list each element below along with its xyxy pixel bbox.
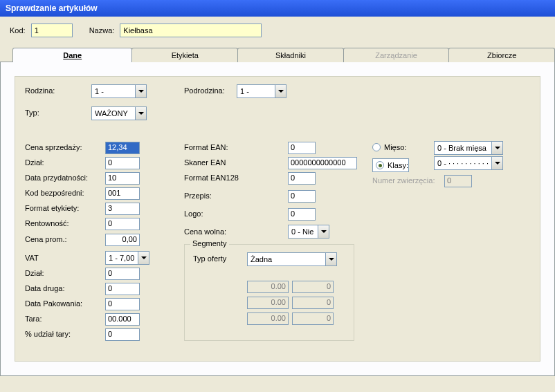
- tara-input[interactable]: 00.000: [105, 313, 140, 326]
- vat-value: 1 - 7,00: [109, 254, 134, 262]
- cena-wolna-select[interactable]: 0 - Nie: [288, 225, 329, 239]
- typ-value: WAŻONY: [95, 109, 128, 118]
- tab-dane[interactable]: Dane: [12, 48, 132, 62]
- dzial2-label: Dział:: [25, 269, 44, 277]
- skaner-ean-input[interactable]: 0000000000000: [288, 157, 357, 169]
- vat-select[interactable]: 1 - 7,00: [105, 251, 149, 265]
- nazwa-input[interactable]: [120, 24, 262, 37]
- typ-select[interactable]: WAŻONY: [91, 106, 147, 120]
- seg-row-0-a: 0.00: [247, 281, 289, 293]
- format-ean128-input[interactable]: 0: [288, 172, 316, 185]
- seg-row-1-b: 0: [292, 297, 334, 309]
- tab-panel: Rodzina: 1 - Podrodzina: 1 - Typ: WAŻONY…: [0, 62, 555, 376]
- rodzina-label: Rodzina:: [25, 86, 55, 95]
- seg-row-0-b: 0: [292, 281, 334, 293]
- udzial-tary-input[interactable]: 0: [105, 328, 140, 341]
- dzial2-input[interactable]: 0: [105, 268, 140, 280]
- vat-label: VAT: [25, 254, 39, 262]
- przepis-label: Przepis:: [184, 192, 212, 200]
- tab-zbiorcze[interactable]: Zbiorcze: [448, 48, 555, 62]
- format-etykiety-label: Format etykiety:: [25, 204, 79, 212]
- podrodzina-value: 1 -: [240, 87, 249, 95]
- rentownosc-label: Rentowność:: [25, 219, 69, 227]
- mieso-select[interactable]: 0 - Brak mięsa: [434, 141, 503, 155]
- data-druga-input[interactable]: 0: [105, 283, 140, 295]
- rodzina-select[interactable]: 1 -: [91, 84, 147, 98]
- cena-wolna-label: Cena wolna:: [184, 227, 226, 236]
- numer-zwierzecia-input: 0: [444, 175, 472, 187]
- tara-label: Tara:: [25, 315, 42, 323]
- chevron-down-icon: [325, 253, 336, 265]
- klasy-radio[interactable]: Klasy:: [372, 158, 409, 172]
- data-przydatnosci-input[interactable]: 10: [105, 172, 140, 185]
- skaner-ean-label: Skaner EAN: [184, 158, 226, 167]
- chevron-down-icon: [135, 85, 146, 97]
- mieso-radio-label: Mięso:: [384, 143, 406, 151]
- przepis-input[interactable]: 0: [288, 190, 316, 203]
- form-area: Rodzina: 1 - Podrodzina: 1 - Typ: WAŻONY…: [15, 76, 540, 362]
- format-ean128-label: Format EAN128: [184, 174, 239, 182]
- typ-oferty-value: Żadna: [251, 255, 272, 263]
- cena-wolna-value: 0 - Nie: [291, 227, 313, 236]
- typ-oferty-label: Typ oferty: [193, 254, 226, 263]
- chevron-down-icon: [135, 107, 146, 120]
- tab-zarzadzanie: Zarządzanie: [343, 48, 450, 62]
- chevron-down-icon: [318, 225, 329, 238]
- seg-row-1-a: 0.00: [247, 297, 289, 309]
- window-title: Sprawdzanie artykułów: [0, 0, 555, 17]
- data-przydatnosci-label: Data przydatności:: [25, 174, 88, 182]
- format-etykiety-input[interactable]: 3: [105, 203, 140, 215]
- chevron-down-icon: [491, 142, 502, 154]
- tab-bar: Dane Etykieta Składniki Zarządzanie Zbio…: [12, 47, 555, 62]
- numer-zwierzecia-label: Numer zwierzęcia:: [372, 176, 435, 185]
- mieso-radio[interactable]: Mięso:: [372, 143, 406, 151]
- kod-bezposredni-input[interactable]: 001: [105, 187, 140, 200]
- nazwa-label: Nazwa:: [89, 26, 115, 35]
- chevron-down-icon: [275, 85, 286, 97]
- chevron-down-icon: [491, 157, 502, 169]
- typ-label: Typ:: [25, 109, 39, 117]
- seg-row-2-a: 0.00: [247, 312, 289, 325]
- podrodzina-label: Podrodzina:: [184, 86, 225, 95]
- segmenty-group: Segmenty Typ oferty Żadna 0.00 0 0.00 0 …: [184, 244, 354, 341]
- udzial-tary-label: % udział tary:: [25, 330, 71, 338]
- podrodzina-select[interactable]: 1 -: [237, 84, 286, 98]
- data-pakowania-label: Data Pakowania:: [25, 299, 82, 308]
- seg-row-2-b: 0: [292, 312, 334, 325]
- mieso-select-value: 0 - Brak mięsa: [437, 144, 486, 152]
- klasy-select-value: 0 - · · · · · · · · · ·: [437, 159, 489, 167]
- chevron-down-icon: [138, 252, 149, 264]
- rodzina-value: 1 -: [95, 87, 104, 95]
- kod-input[interactable]: [31, 24, 73, 37]
- cena-sprzedazy-label: Cena sprzedaży:: [25, 143, 82, 151]
- kod-bezposredni-label: Kod bezpośredni:: [25, 189, 84, 197]
- cena-prom-label: Cena prom.:: [25, 235, 67, 243]
- klasy-radio-label: Klasy:: [388, 161, 408, 169]
- typ-oferty-select[interactable]: Żadna: [247, 252, 337, 266]
- format-ean-label: Format EAN:: [184, 143, 228, 151]
- logo-label: Logo:: [184, 209, 203, 218]
- header: Kod: Nazwa:: [0, 17, 555, 47]
- rentownosc-input[interactable]: 0: [105, 218, 140, 230]
- klasy-select[interactable]: 0 - · · · · · · · · · ·: [434, 156, 503, 170]
- tab-etykieta[interactable]: Etykieta: [131, 48, 238, 62]
- dzial-label: Dział:: [25, 158, 44, 167]
- logo-input[interactable]: 0: [288, 208, 316, 221]
- cena-prom-input[interactable]: 0,00: [105, 234, 140, 246]
- kod-label: Kod:: [10, 26, 26, 35]
- tab-skladniki[interactable]: Składniki: [237, 48, 344, 62]
- dzial-input[interactable]: 0: [105, 157, 140, 169]
- segmenty-title: Segmenty: [190, 239, 229, 248]
- data-pakowania-input[interactable]: 0: [105, 298, 140, 310]
- cena-sprzedazy-input[interactable]: 12,34: [105, 142, 140, 154]
- format-ean-input[interactable]: 0: [288, 142, 316, 154]
- data-druga-label: Data druga:: [25, 284, 64, 292]
